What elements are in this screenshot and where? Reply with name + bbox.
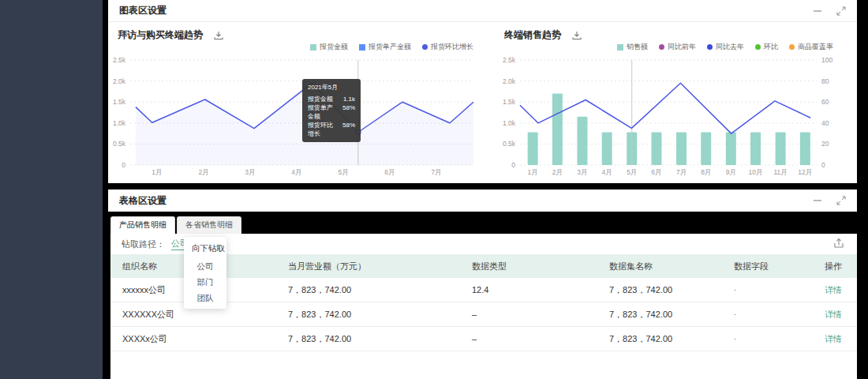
tooltip-row: 报货单产金额58% <box>308 103 355 121</box>
svg-text:11月: 11月 <box>773 168 787 176</box>
table-cell: - <box>722 310 813 318</box>
table-cell: 7，823，742.00 <box>597 309 722 321</box>
tab-province-sales-detail[interactable]: 各省销售明细 <box>177 216 241 234</box>
svg-text:0: 0 <box>821 161 825 169</box>
table-section-title: 表格区设置 <box>119 194 166 208</box>
legend-item[interactable]: 同比前年 <box>659 42 696 52</box>
svg-text:1.0k: 1.0k <box>113 119 126 127</box>
svg-text:5月: 5月 <box>627 168 637 176</box>
drill-path-label: 钻取路径： <box>122 238 165 250</box>
svg-text:60: 60 <box>821 98 829 106</box>
svg-text:2.5k: 2.5k <box>503 56 516 64</box>
tooltip-title: 2021年5月 <box>308 83 355 92</box>
drill-menu-item[interactable]: 部门 <box>184 274 226 290</box>
legend-swatch-icon <box>422 44 428 50</box>
export-icon[interactable] <box>833 238 844 252</box>
chart-section-header: 图表区设置 <box>108 0 857 22</box>
minimize-icon[interactable] <box>813 196 822 205</box>
tab-product-sales-detail[interactable]: 产品销售明细 <box>110 216 175 234</box>
legend-item[interactable]: 报货环比增长 <box>422 42 473 52</box>
legend-swatch-icon <box>659 44 664 50</box>
table-header-cell: 当月营业额（万元） <box>276 261 460 272</box>
chart-title: 拜访与购买终端趋势 <box>118 28 203 42</box>
expand-icon[interactable] <box>836 196 846 205</box>
svg-text:20: 20 <box>821 140 829 148</box>
svg-text:8月: 8月 <box>701 168 711 176</box>
tooltip-row: 报货环比增长58% <box>308 121 355 138</box>
left-sidebar <box>0 0 103 379</box>
legend-swatch-icon <box>755 44 761 50</box>
table-cell: 7，823，742.00 <box>597 284 722 296</box>
table-cell: - <box>722 286 813 294</box>
svg-text:5月: 5月 <box>339 168 349 176</box>
download-icon[interactable] <box>214 31 223 40</box>
legend-item[interactable]: 商品覆盖率 <box>789 42 833 52</box>
table-cell: XXXXXX公司 <box>110 309 276 321</box>
expand-icon[interactable] <box>836 6 846 16</box>
chart-visit-purchase-trend: 拜访与购买终端趋势 报货金额报货单产金额报货环比增长 2.5k2.0k1.5k1… <box>108 22 481 183</box>
legend-item[interactable]: 报货单产金额 <box>359 42 411 52</box>
download-icon[interactable] <box>572 31 582 40</box>
svg-text:3月: 3月 <box>577 168 587 176</box>
svg-text:12月: 12月 <box>798 168 812 176</box>
drill-menu-item[interactable]: 公司 <box>184 258 226 274</box>
svg-text:6月: 6月 <box>651 168 661 176</box>
table-cell: 12.4 <box>460 285 597 295</box>
drill-dropdown-menu: 向下钻取 公司部门团队 <box>184 237 226 309</box>
svg-text:2月: 2月 <box>198 168 208 176</box>
table-row: XXXXx公司7，823，742.00–7，823，742.00-详情 <box>110 327 857 351</box>
drill-menu-item[interactable]: 团队 <box>184 290 226 306</box>
table-cell: - <box>722 335 813 343</box>
svg-text:2.0k: 2.0k <box>113 77 126 85</box>
legend-item[interactable]: 环比 <box>755 42 778 52</box>
svg-text:2.5k: 2.5k <box>113 56 126 64</box>
table-cell: XXXXx公司 <box>110 333 276 345</box>
svg-text:4月: 4月 <box>602 168 612 176</box>
chart-section-title: 图表区设置 <box>119 4 166 17</box>
svg-text:1月: 1月 <box>528 168 538 176</box>
legend-item[interactable]: 同比去年 <box>707 42 744 52</box>
svg-text:0: 0 <box>122 161 125 169</box>
svg-text:9月: 9月 <box>726 168 736 176</box>
svg-text:1.5k: 1.5k <box>503 98 516 106</box>
legend-item[interactable]: 报货金额 <box>310 42 348 52</box>
chart-terminal-sales-trend: 终端销售趋势 销售额同比前年同比去年环比商品覆盖率 2.5k1002.0k801… <box>492 22 857 183</box>
svg-text:1.5k: 1.5k <box>113 98 126 106</box>
table-section-actions <box>813 196 846 205</box>
svg-text:2月: 2月 <box>552 168 563 176</box>
dashboard-canvas: 图表区设置 拜访与购买终端趋势 <box>0 0 868 379</box>
detail-link[interactable]: 详情 <box>813 309 857 321</box>
svg-text:1.0k: 1.0k <box>503 119 516 127</box>
detail-link[interactable]: 详情 <box>813 284 857 296</box>
chart-section-actions <box>813 6 846 16</box>
legend-swatch-icon <box>707 44 713 50</box>
legend-swatch-icon <box>310 44 316 51</box>
svg-text:80: 80 <box>821 77 829 85</box>
table-cell: 7，823，742.00 <box>276 333 460 345</box>
table-header-cell: 数据类型 <box>460 261 597 272</box>
svg-text:4月: 4月 <box>291 168 301 176</box>
table-cell: 7，823，742.00 <box>597 333 722 345</box>
svg-text:0: 0 <box>511 161 515 169</box>
svg-text:40: 40 <box>821 119 829 127</box>
svg-text:3月: 3月 <box>245 168 255 176</box>
svg-text:0.5k: 0.5k <box>113 140 126 148</box>
table-cell: 7，823，742.00 <box>276 309 460 321</box>
chart-legend: 销售额同比前年同比去年环比商品覆盖率 <box>617 42 833 52</box>
table-header-cell: 操作 <box>813 261 857 272</box>
chart-title: 终端销售趋势 <box>504 28 561 42</box>
table-section-header: 表格区设置 <box>108 190 857 212</box>
table-cell: – <box>460 310 597 319</box>
tooltip-row: 报货金额1.1k <box>308 95 355 103</box>
table-tabs: 产品销售明细 各省销售明细 <box>110 216 241 234</box>
legend-swatch-icon <box>789 44 795 50</box>
svg-text:100: 100 <box>821 56 832 64</box>
legend-item[interactable]: 销售额 <box>617 42 648 52</box>
minimize-icon[interactable] <box>813 6 822 16</box>
detail-link[interactable]: 详情 <box>813 333 857 345</box>
svg-text:2.0k: 2.0k <box>503 77 516 85</box>
legend-swatch-icon <box>359 44 365 51</box>
table-header-cell: 数据集名称 <box>597 261 722 272</box>
table-header-cell: 数据字段 <box>722 261 813 272</box>
chart-section-panel: 图表区设置 拜访与购买终端趋势 <box>108 0 857 183</box>
